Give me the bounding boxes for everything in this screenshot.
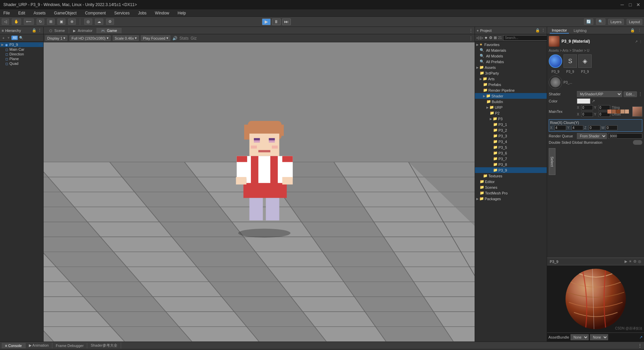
asset-bundle-dropdown[interactable]: None: [571, 334, 589, 340]
collab-btn[interactable]: 🔄: [584, 18, 593, 25]
toolbar-cloud-btn[interactable]: ☁: [95, 18, 103, 25]
shader-edit-btn[interactable]: Edit...: [624, 91, 637, 97]
shader-dropdown[interactable]: MyShader/URP: [577, 91, 622, 97]
hierarchy-item-p39[interactable]: ▶ ◉ P3_9 ⋯: [0, 42, 43, 47]
hierarchy-item-plane[interactable]: ◻ Plane: [0, 56, 43, 61]
p39-options[interactable]: ⋯: [39, 43, 42, 47]
tree-item-editor[interactable]: 📁 Editor: [475, 179, 547, 184]
toolbar-transform-btn[interactable]: ⊕: [68, 18, 76, 25]
maximize-button[interactable]: □: [628, 2, 633, 7]
maintex-texture-thumb[interactable]: [632, 106, 642, 117]
console-tabs-more[interactable]: ⋮: [638, 343, 642, 348]
row-z-input[interactable]: [589, 125, 600, 130]
menu-assets[interactable]: Assets: [32, 10, 47, 16]
offset-x-input[interactable]: [581, 112, 593, 117]
giz-btn[interactable]: Giz: [191, 36, 197, 41]
tree-item-packages[interactable]: ▶ 📁 Packages: [475, 196, 547, 202]
preview-sun-btn[interactable]: ☀: [629, 259, 632, 264]
hierarchy-item-maincar[interactable]: ◻ Main Car: [0, 47, 43, 52]
tree-item-render-pipeline[interactable]: 📁 Render Pipeline: [475, 87, 547, 93]
tree-item-arts[interactable]: ▶ 📁 Arts: [475, 76, 547, 82]
hierarchy-item-direction[interactable]: ◻ Direction: [0, 52, 43, 56]
row-y-input[interactable]: [572, 125, 583, 130]
render-queue-num[interactable]: 3000: [608, 133, 642, 139]
tree-item-all-prefabs[interactable]: 🔍 All Prefabs: [475, 59, 547, 64]
asset-bundle-variant-dropdown[interactable]: None: [590, 334, 608, 340]
layout-btn[interactable]: Layout: [627, 19, 642, 25]
project-settings-icon[interactable]: ⚙: [489, 36, 492, 40]
menu-gameobject[interactable]: GameObject: [52, 10, 78, 16]
project-forward-btn[interactable]: ▷: [480, 36, 483, 40]
project-plus-icon[interactable]: +: [477, 29, 479, 33]
display-dropdown[interactable]: Display 1 ▾: [45, 35, 67, 41]
preview-sphere-btn[interactable]: ◎: [638, 259, 641, 264]
double-sided-toggle[interactable]: [633, 140, 642, 145]
tree-item-urp[interactable]: ▶ 📁 URP: [475, 104, 547, 110]
toolbar-move-btn[interactable]: ⟵: [24, 18, 34, 25]
tree-item-shader[interactable]: ▶ 📁 Shader: [475, 93, 547, 99]
project-more-icon[interactable]: ⋮: [541, 28, 545, 33]
tree-item-p3-6[interactable]: 📁 P3_6: [475, 150, 547, 156]
hierarchy-lock-icon[interactable]: 🔒: [32, 28, 37, 33]
menu-services[interactable]: Services: [112, 10, 131, 16]
toolbar-rotate-btn[interactable]: ↻: [37, 18, 44, 25]
menu-component[interactable]: Component: [83, 10, 107, 16]
preview-play-btn[interactable]: ▶: [625, 259, 627, 264]
tree-item-buildin[interactable]: 📁 BuildIn: [475, 99, 547, 104]
hierarchy-add-btn[interactable]: +: [1, 36, 5, 40]
tree-item-textures[interactable]: 📁 Textures: [475, 173, 547, 179]
tree-item-p3-1[interactable]: 📁 P3_1: [475, 122, 547, 127]
tree-item-p3-3[interactable]: 📁 P3_3: [475, 133, 547, 139]
asset-bundle-link-icon[interactable]: ↗: [639, 335, 643, 340]
color-options-icon[interactable]: ↗: [592, 99, 595, 103]
stats-btn[interactable]: Stats: [179, 36, 189, 41]
project-search-input[interactable]: [503, 35, 549, 41]
menu-file[interactable]: File: [2, 10, 11, 16]
tab-animator[interactable]: ▶ Animator: [69, 28, 97, 33]
tree-item-assets[interactable]: ▶ 📁 Assets: [475, 64, 547, 70]
layers-btn[interactable]: Layers: [608, 19, 624, 25]
hierarchy-search-icon[interactable]: 🔍: [19, 36, 23, 40]
play-button[interactable]: ▶: [262, 18, 271, 25]
tab-console[interactable]: ≡ Console: [2, 343, 25, 348]
tree-item-all-materials[interactable]: 🔍 All Materials: [475, 47, 547, 53]
project-lock-icon[interactable]: 🔒: [535, 28, 540, 33]
tree-item-all-models[interactable]: 🔍 All Models: [475, 53, 547, 59]
tree-item-p3-4[interactable]: 📁 P3_4: [475, 139, 547, 144]
inspector-lock-icon[interactable]: 🔒: [630, 28, 635, 33]
tree-item-p3-5[interactable]: 📁 P3_5: [475, 144, 547, 150]
toolbar-scale-btn[interactable]: ⊞: [47, 18, 55, 25]
tree-item-p3-9[interactable]: 📁 P3_9: [475, 167, 547, 173]
tree-item-p3-8[interactable]: 📁 P3_8: [475, 162, 547, 167]
tree-item-p2[interactable]: 📁 P2: [475, 110, 547, 116]
scale-dropdown[interactable]: Scale 0.46x ▾: [113, 35, 139, 41]
inspector-more-icon[interactable]: ⋮: [638, 28, 641, 33]
tiling-x-input[interactable]: [581, 105, 593, 110]
material-open-btn[interactable]: ↗: [635, 40, 638, 43]
tree-item-favorites[interactable]: ▶ ★ Favorites: [475, 42, 547, 47]
menu-help[interactable]: Help: [176, 10, 188, 16]
tab-animation[interactable]: ▶ Animation: [25, 343, 52, 348]
toolbar-settings-btn[interactable]: ⚙: [106, 18, 114, 25]
project-favorite-icon[interactable]: ★: [484, 36, 488, 40]
menu-edit[interactable]: Edit: [16, 10, 27, 16]
hierarchy-more-icon[interactable]: ⋮: [38, 28, 42, 33]
menu-jobs[interactable]: Jobs: [136, 10, 148, 16]
tree-item-prefabs[interactable]: 📁 Prefabs: [475, 82, 547, 87]
view-tabs-more[interactable]: ⋮: [469, 28, 473, 33]
tree-item-3rdparty[interactable]: 📁 3rdParty: [475, 70, 547, 76]
shader-options-icon[interactable]: ⋮: [638, 92, 642, 96]
next-button[interactable]: ⏭: [282, 18, 291, 25]
row-x-input[interactable]: [554, 125, 566, 130]
hierarchy-item-quad[interactable]: ◻ Quad: [0, 61, 43, 66]
tab-frame-debugger[interactable]: Frame Debugger: [52, 343, 87, 348]
tree-item-scenes[interactable]: 📁 Scenes: [475, 184, 547, 190]
search-toolbar-btn[interactable]: 🔍: [596, 18, 605, 25]
toolbar-hand-btn[interactable]: ✋: [12, 18, 21, 25]
tab-shader-ref[interactable]: Shader参考大全: [87, 342, 121, 349]
material-more-btn[interactable]: ⋮: [639, 40, 642, 43]
audio-icon[interactable]: 🔊: [172, 36, 177, 41]
project-layout-icon[interactable]: ⊞: [494, 36, 497, 40]
close-button[interactable]: ✕: [636, 2, 641, 7]
toolbar-rect-btn[interactable]: ▣: [57, 18, 65, 25]
